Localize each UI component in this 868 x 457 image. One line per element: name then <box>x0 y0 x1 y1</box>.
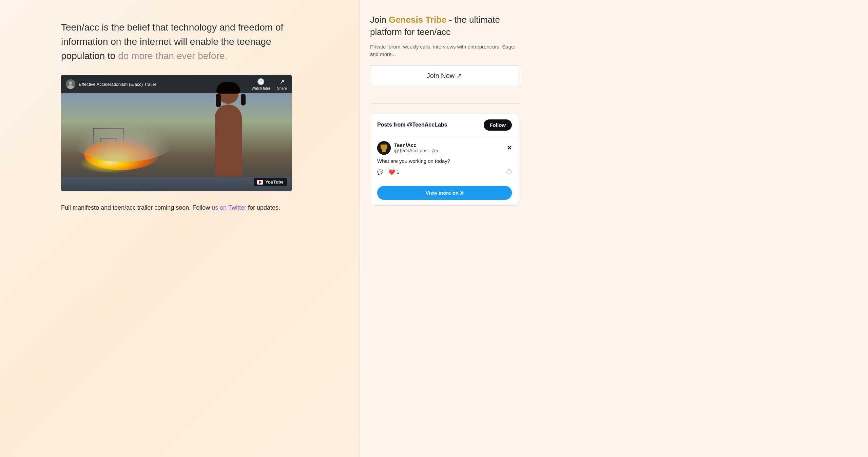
video-title: Effective Accelerationism (E/acc) Traile… <box>79 82 156 87</box>
sidebar-divider <box>370 103 519 103</box>
twitter-widget-header: Posts from @TeenAccLabs Follow <box>370 114 519 136</box>
tweet-avatar <box>377 141 391 155</box>
promo-description: Private forum, weekly calls, interviews … <box>370 43 519 58</box>
reply-button[interactable]: 💬 <box>377 169 383 175</box>
share-button[interactable]: ↗ Share <box>277 78 287 90</box>
tweet-time: 7m <box>431 148 438 153</box>
intro-text-faded: do more than ever before. <box>115 51 227 61</box>
body-text-before: Full manifesto and teen/acc trailer comi… <box>61 204 212 211</box>
body-text-after: for updates. <box>246 204 280 211</box>
share-icon: ↗ <box>279 78 285 85</box>
video-channel-avatar <box>66 79 75 89</box>
video-top-bar: Effective Accelerationism (E/acc) Traile… <box>61 75 292 93</box>
x-close-icon: ✕ <box>507 144 512 152</box>
clock-icon: 🕐 <box>257 78 265 85</box>
tweet-info-icon[interactable]: ⓘ <box>506 169 512 176</box>
body-paragraph: Full manifesto and teen/acc trailer comi… <box>61 203 298 213</box>
play-triangle <box>259 180 262 184</box>
follow-button[interactable]: Follow <box>484 119 512 131</box>
tweet-text: What are you working on today? <box>377 157 512 165</box>
share-label: Share <box>277 86 287 90</box>
promo-title: Join Genesis Tribe - the ultimate platfo… <box>370 14 519 38</box>
tweet-author-handle: @TeenAccLabs · 7m <box>394 148 438 153</box>
sidebar: Join Genesis Tribe - the ultimate platfo… <box>360 0 529 457</box>
tweet-author-left: Teen/Acc @TeenAccLabs · 7m <box>377 141 438 155</box>
tweet-separator: · <box>429 148 431 153</box>
join-now-label: Join Now <box>427 72 455 79</box>
video-action-buttons: 🕐 Watch later ↗ Share <box>251 78 287 90</box>
join-now-button[interactable]: Join Now↗ <box>370 65 519 86</box>
heart-icon: ❤️ <box>388 169 395 175</box>
intro-paragraph: Teen/acc is the belief that technology a… <box>61 20 298 63</box>
promo-card: Join Genesis Tribe - the ultimate platfo… <box>370 10 519 93</box>
smoke-cloud <box>73 121 174 162</box>
tweet-author-row: Teen/Acc @TeenAccLabs · 7m ✕ <box>377 141 512 155</box>
svg-rect-5 <box>382 149 386 152</box>
youtube-label: YouTube <box>265 179 284 185</box>
svg-point-1 <box>69 81 72 85</box>
watch-later-label: Watch later <box>251 86 270 90</box>
video-embed[interactable]: Effective Accelerationism (E/acc) Traile… <box>61 75 292 191</box>
tweet-card: Teen/Acc @TeenAccLabs · 7m ✕ What are yo… <box>370 136 519 180</box>
promo-title-before: Join <box>370 15 389 25</box>
twitter-posts-title: Posts from @TeenAccLabs <box>377 122 447 128</box>
tweet-actions-left: 💬 ❤️ 1 <box>377 169 399 175</box>
tweet-author-info: Teen/Acc @TeenAccLabs · 7m <box>394 142 438 153</box>
promo-brand-name: Genesis Tribe <box>389 15 447 25</box>
youtube-watermark: YouTube <box>254 178 287 186</box>
like-count: 1 <box>397 169 399 175</box>
figure-silhouette <box>206 84 250 179</box>
external-link-icon: ↗ <box>457 72 462 79</box>
tweet-author-name: Teen/Acc <box>394 142 438 148</box>
youtube-play-icon <box>257 180 263 185</box>
video-title-area: Effective Accelerationism (E/acc) Traile… <box>66 79 156 89</box>
tweet-actions: 💬 ❤️ 1 ⓘ <box>377 169 512 176</box>
view-more-button[interactable]: View more on X <box>377 186 512 200</box>
watch-later-button[interactable]: 🕐 Watch later <box>251 78 270 90</box>
twitter-widget: Posts from @TeenAccLabs Follow Teen/Acc <box>370 114 519 206</box>
comment-icon: 💬 <box>377 169 383 175</box>
like-button[interactable]: ❤️ 1 <box>388 169 399 175</box>
svg-rect-4 <box>381 145 387 149</box>
twitter-link[interactable]: us on Twitter <box>212 204 246 211</box>
main-content: Teen/acc is the belief that technology a… <box>0 0 360 457</box>
